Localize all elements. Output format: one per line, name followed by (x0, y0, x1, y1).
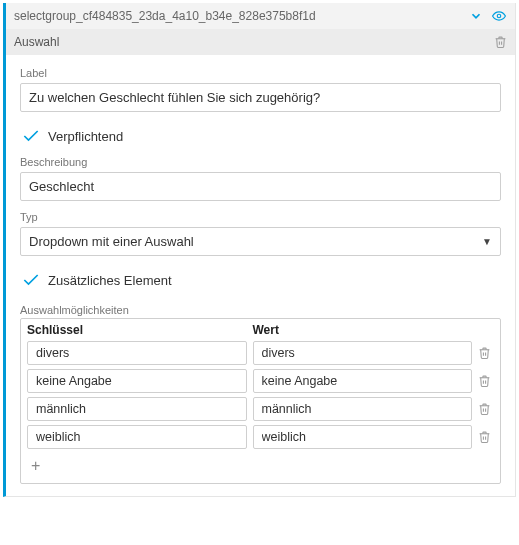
element-id: selectgroup_cf484835_23da_4a10_b34e_828e… (14, 9, 316, 23)
table-row (21, 395, 500, 423)
option-val-input[interactable] (253, 369, 473, 393)
description-input[interactable] (20, 172, 501, 201)
description-caption: Beschreibung (20, 156, 501, 168)
panel-body: Label Verpflichtend Beschreibung Typ Dro… (6, 55, 515, 496)
extra-element-checkbox[interactable]: Zusätzliches Element (20, 270, 501, 290)
panel-subheader: Auswahl (6, 29, 515, 55)
option-key-input[interactable] (27, 341, 247, 365)
check-icon (20, 126, 42, 146)
label-input[interactable] (20, 83, 501, 112)
options-header-row: Schlüssel Wert (21, 319, 500, 339)
type-caption: Typ (20, 211, 501, 223)
panel-subtitle: Auswahl (14, 35, 59, 49)
type-select[interactable]: Dropdown mit einer Auswahl ▼ (20, 227, 501, 256)
panel-header: selectgroup_cf484835_23da_4a10_b34e_828e… (6, 3, 515, 29)
chevron-down-icon[interactable] (469, 9, 483, 23)
option-val-input[interactable] (253, 425, 473, 449)
delete-row-button[interactable] (478, 374, 494, 388)
options-table: Schlüssel Wert + (20, 318, 501, 484)
option-key-input[interactable] (27, 369, 247, 393)
check-icon (20, 270, 42, 290)
mandatory-checkbox[interactable]: Verpflichtend (20, 126, 501, 146)
option-val-input[interactable] (253, 341, 473, 365)
table-row (21, 367, 500, 395)
svg-point-0 (497, 14, 501, 18)
option-key-input[interactable] (27, 425, 247, 449)
visibility-icon[interactable] (491, 9, 507, 23)
col-key-header: Schlüssel (27, 323, 247, 337)
label-caption: Label (20, 67, 501, 79)
type-value: Dropdown mit einer Auswahl (29, 234, 194, 249)
table-row (21, 339, 500, 367)
form-element-panel: selectgroup_cf484835_23da_4a10_b34e_828e… (3, 3, 516, 497)
add-option-button[interactable]: + (21, 451, 500, 483)
delete-element-button[interactable] (494, 35, 507, 49)
col-val-header: Wert (253, 323, 473, 337)
delete-row-button[interactable] (478, 346, 494, 360)
delete-row-button[interactable] (478, 402, 494, 416)
table-row (21, 423, 500, 451)
caret-down-icon: ▼ (482, 236, 492, 247)
options-caption: Auswahlmöglichkeiten (20, 304, 501, 316)
delete-row-button[interactable] (478, 430, 494, 444)
extra-element-label: Zusätzliches Element (48, 273, 172, 288)
option-val-input[interactable] (253, 397, 473, 421)
option-key-input[interactable] (27, 397, 247, 421)
mandatory-label: Verpflichtend (48, 129, 123, 144)
